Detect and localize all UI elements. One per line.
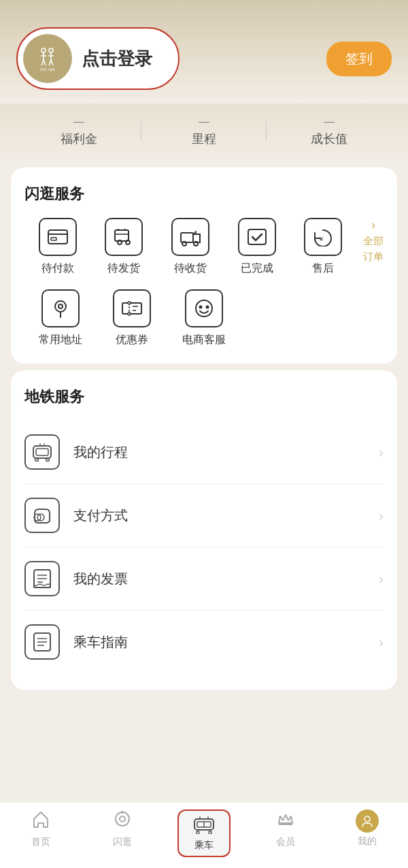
svg-text:郑州 地铁: 郑州 地铁 xyxy=(40,67,54,71)
order-pending-payment[interactable]: 待付款 xyxy=(24,218,91,276)
payment-label: 支付方式 xyxy=(73,507,379,525)
home-icon xyxy=(31,809,50,833)
order-icons-grid: 待付款 待发货 xyxy=(24,218,384,276)
svg-point-26 xyxy=(55,301,66,312)
nav-member[interactable]: 会员 xyxy=(245,809,326,857)
svg-point-22 xyxy=(182,242,186,246)
svg-rect-38 xyxy=(36,449,48,455)
member-nav-label: 会员 xyxy=(276,836,295,848)
login-label: 点击登录 xyxy=(82,47,152,71)
metro-item-invoice[interactable]: 我的发票 › xyxy=(24,547,384,611)
customer-service[interactable]: 电商客服 xyxy=(168,289,240,347)
avatar: 郑州 地铁 xyxy=(23,34,72,83)
metro-nav-active-bg: 乘车 xyxy=(177,809,231,857)
stats-row: — 福利金 — 里程 — 成长值 xyxy=(0,103,408,161)
extra-icons-row: 常用地址 优惠券 xyxy=(24,289,384,347)
order-pending-receive[interactable]: 待收货 xyxy=(157,218,224,276)
checkin-button[interactable]: 签到 xyxy=(326,42,392,76)
all-orders-label1: 全部 xyxy=(363,235,384,248)
svg-point-30 xyxy=(128,302,131,304)
metro-logo-icon: 郑州 地铁 xyxy=(33,44,63,74)
nav-metro[interactable]: 乘车 xyxy=(163,809,245,857)
chenzhangzhi-label: 成长值 xyxy=(311,131,347,147)
svg-rect-21 xyxy=(181,233,193,242)
stat-chenzhangzhi[interactable]: — 成长值 xyxy=(267,116,392,147)
metro-nav-label: 乘车 xyxy=(194,839,214,852)
aftersale-icon: ¥ xyxy=(304,218,342,256)
aftersale-label: 售后 xyxy=(312,261,334,276)
mine-avatar-icon xyxy=(356,809,379,833)
mine-nav-label: 我的 xyxy=(358,835,377,848)
order-completed[interactable]: 已完成 xyxy=(224,218,290,276)
svg-point-23 xyxy=(194,242,198,246)
svg-point-20 xyxy=(126,240,130,244)
bottom-nav: 首页 闪逛 xyxy=(0,802,408,868)
pending-receive-label: 待收货 xyxy=(174,261,207,276)
profile-card[interactable]: 郑州 地铁 点击登录 xyxy=(16,27,180,90)
header-section: 郑州 地铁 点击登录 签到 xyxy=(0,0,408,103)
crown-icon xyxy=(276,809,295,833)
all-orders-arrow-icon: › xyxy=(371,218,375,232)
trip-label: 我的行程 xyxy=(73,443,379,462)
metro-service-title: 地铁服务 xyxy=(24,387,384,407)
svg-rect-14 xyxy=(51,238,56,240)
pending-ship-label: 待发货 xyxy=(107,261,140,276)
stat-fulijin[interactable]: — 福利金 xyxy=(16,116,141,147)
svg-rect-12 xyxy=(48,230,67,244)
fulijin-label: 福利金 xyxy=(61,131,97,147)
metro-service-card: 地铁服务 我的行程 › xyxy=(11,370,397,690)
completed-icon xyxy=(238,218,276,256)
nav-shopping[interactable]: 闪逛 xyxy=(82,809,163,857)
customer-service-label: 电商客服 xyxy=(182,333,226,347)
svg-rect-24 xyxy=(248,229,266,244)
home-nav-label: 首页 xyxy=(31,836,50,848)
fulijin-value: — xyxy=(73,116,84,128)
order-icons-row: 待付款 待发货 xyxy=(24,218,356,276)
coupon[interactable]: 优惠券 xyxy=(97,289,169,347)
svg-text:¥: ¥ xyxy=(319,236,324,242)
all-orders-button[interactable]: › 全部 订单 xyxy=(356,218,384,263)
svg-point-35 xyxy=(199,306,202,309)
nav-home[interactable]: 首页 xyxy=(0,809,82,857)
payment-chevron-icon: › xyxy=(379,508,384,524)
svg-point-31 xyxy=(128,312,131,315)
nav-mine[interactable]: 我的 xyxy=(326,809,408,857)
order-aftersale[interactable]: ¥ 售后 xyxy=(290,218,356,276)
trip-chevron-icon: › xyxy=(379,445,384,460)
order-pending-ship[interactable]: 待发货 xyxy=(91,218,158,276)
shopping-nav-label: 闪逛 xyxy=(113,836,132,848)
shopping-service-title: 闪逛服务 xyxy=(24,184,384,204)
pending-receive-icon xyxy=(171,218,209,256)
svg-rect-28 xyxy=(122,303,141,314)
svg-point-27 xyxy=(58,304,63,308)
coupon-icon xyxy=(113,289,151,327)
metro-nav-icon xyxy=(192,815,216,837)
invoice-chevron-icon: › xyxy=(379,571,384,587)
invoice-icon xyxy=(24,561,60,596)
coupon-label: 优惠券 xyxy=(116,333,148,347)
metro-item-trip[interactable]: 我的行程 › xyxy=(24,421,384,484)
pending-ship-icon xyxy=(105,218,143,256)
svg-rect-15 xyxy=(115,230,129,241)
completed-label: 已完成 xyxy=(241,261,273,276)
svg-point-55 xyxy=(116,812,129,826)
svg-point-56 xyxy=(120,816,125,822)
guide-chevron-icon: › xyxy=(379,634,384,650)
common-address[interactable]: 常用地址 xyxy=(24,289,97,347)
main-content: 闪逛服务 待付款 xyxy=(0,167,408,765)
stat-licheng[interactable]: — 里程 xyxy=(141,116,267,147)
licheng-value: — xyxy=(199,116,209,128)
customer-service-icon xyxy=(185,289,223,327)
bag-icon xyxy=(113,809,132,833)
svg-point-36 xyxy=(205,306,209,309)
pending-payment-label: 待付款 xyxy=(41,261,74,276)
svg-point-19 xyxy=(118,240,122,244)
metro-item-payment[interactable]: 支付方式 › xyxy=(24,484,384,547)
payment-icon xyxy=(24,498,60,533)
trip-icon xyxy=(24,434,60,470)
svg-point-68 xyxy=(364,816,370,822)
metro-item-guide[interactable]: 乘车指南 › xyxy=(24,611,384,673)
guide-label: 乘车指南 xyxy=(73,633,379,652)
shopping-service-card: 闪逛服务 待付款 xyxy=(11,167,397,364)
guide-icon xyxy=(24,624,60,660)
